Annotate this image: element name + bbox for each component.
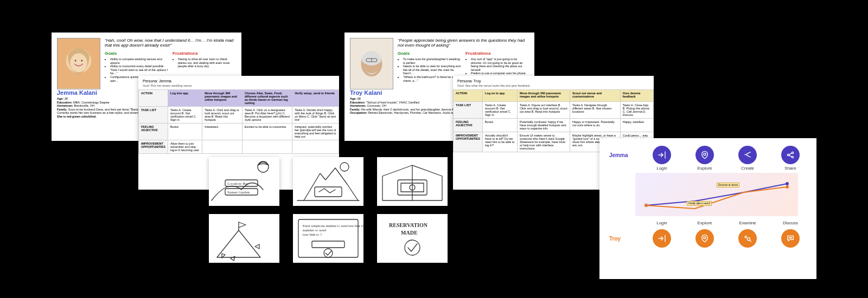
svg-text:Location: Bar: Location: Bar [227,182,248,186]
svg-point-39 [644,204,648,207]
journey-table: ACTION Log into app Move through 360 pan… [138,89,339,154]
svg-text:RESERVATION: RESERVATION [389,222,428,228]
chart-annotation: Finally able to send! [687,201,712,206]
explore-icon [695,229,714,248]
svg-text:number to send: number to send [303,228,327,232]
flow-step: Explore [688,221,721,225]
user-flow-card: Jemma Login Explore Create Share Discove… [599,138,816,279]
flow-step [774,229,807,249]
flow-user-troy: Troy [609,229,635,242]
create-icon [738,146,757,164]
table-row: TASK LISTTasks A. Create account B. Get … [139,107,339,124]
svg-rect-25 [312,241,344,248]
goals-heading: Goals [105,51,168,56]
svg-point-2 [70,53,87,72]
frustrations-heading: Frustrations [173,51,236,56]
svg-point-30 [704,153,706,156]
flow-step [646,229,678,249]
flow-step [688,229,721,249]
flow-step: Create [731,146,764,171]
goals-heading: Goals [398,51,461,56]
share-icon [781,146,800,164]
chart-annotation: Discover at venue [717,183,739,187]
avatar [350,38,393,89]
svg-text:MADE: MADE [401,230,418,236]
flow-step: Discuss [774,221,807,225]
flow-step [731,229,764,249]
svg-point-38 [786,182,789,185]
table-row: IMPROVEMENT OPPORTUNITIESAllow them to j… [139,140,339,154]
svg-point-29 [405,240,420,255]
journey-goal: Goal: Pick her dream wedding venue. [138,84,339,89]
flow-step: Login [646,221,678,225]
svg-text:text link to ?: text link to ? [303,232,322,237]
flow-step: Share [774,146,807,171]
flow-user-jemma: Jemma [609,146,635,158]
svg-point-41 [704,237,706,239]
storyboard-frame-5: Enter telephone number to send text link… [293,214,363,263]
journey-title: Persona: Jemma [138,76,339,84]
svg-point-42 [745,236,746,238]
login-icon [653,146,671,164]
table-row: FEELING ADJECTIVEBored.Potentially confu… [454,119,654,132]
flow-step: Login [646,146,678,171]
flow-feeling-chart: Discover at venue Finally able to send! [635,173,798,216]
svg-point-45 [789,237,789,238]
goals-list: To make sure his granddaughter's wedding… [403,57,461,82]
svg-point-14 [340,163,349,171]
table-row: FEELING ADJECTIVEBored.Interested.Excite… [139,124,339,140]
frustrations-list: Having to drive all over town to check p… [178,57,236,68]
examine-icon [738,229,757,248]
svg-text:Sunset Garden: Sunset Garden [227,190,250,195]
svg-point-40 [786,185,789,189]
storyboard-frame-1: Location: BarSunset Garden [209,157,279,206]
svg-point-3 [75,60,76,61]
journey-goal: Goal: See what the venue looks like and … [453,84,654,89]
svg-point-4 [81,60,82,61]
svg-point-46 [790,237,790,238]
svg-point-9 [258,161,269,172]
storyboard-frame-6: RESERVATIONMADE [377,214,448,263]
journey-title: Persona: Troy [453,76,654,84]
avatar [57,38,100,89]
flow-step: Examine [731,221,764,225]
svg-text:Enter telephone number to send: Enter telephone number to send text link… [303,224,363,228]
svg-point-47 [791,237,792,238]
storyboard-frame-3 [377,157,448,206]
svg-line-36 [789,156,792,157]
table-row: TASK LISTTasks A. Create account B. Get … [454,102,654,119]
explore-icon [695,146,714,164]
storyboard-frame-4 [209,214,279,263]
storyboard-frame-2 [293,157,363,206]
login-icon [653,229,671,248]
svg-line-35 [789,153,792,155]
svg-line-44 [750,240,751,242]
frustrations-heading: Frustrations [465,51,529,56]
discuss-icon [781,229,800,248]
flow-step: Explore [688,146,721,171]
